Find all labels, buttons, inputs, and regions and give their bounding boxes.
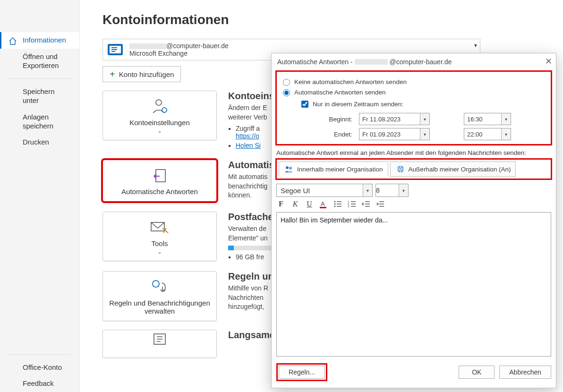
sidebar-item-open-export[interactable]: Öffnen und Exportieren — [0, 49, 79, 74]
sidebar-item-label: Drucken — [23, 138, 49, 146]
page-title: Kontoinformationen — [102, 12, 550, 27]
chevron-down-icon: ▾ — [501, 128, 511, 140]
auto-reply-icon — [150, 166, 169, 185]
sidebar-item-label: Anlagen speichern — [23, 113, 53, 130]
svg-text:3: 3 — [348, 205, 350, 208]
svg-point-15 — [334, 204, 336, 205]
radio-no-auto-reply-input[interactable] — [283, 79, 290, 86]
card-label: Tools — [107, 239, 213, 247]
end-time-picker[interactable]: 22:00▾ — [464, 128, 511, 140]
reply-tabs: Innerhalb meiner Organisation Außerhalb … — [275, 158, 552, 180]
tab-outside-org[interactable]: Außerhalb meiner Organisation (An) — [390, 162, 516, 177]
radio-send-auto-reply[interactable]: Automatische Antworten senden — [281, 88, 547, 96]
sidebar-item-print[interactable]: Drucken — [0, 134, 79, 151]
sidebar-item-save-as[interactable]: Speichern unter — [0, 84, 79, 109]
home-icon — [9, 37, 17, 45]
sidebar-item-office-account[interactable]: Office-Konto — [0, 359, 79, 376]
outdent-button[interactable] — [361, 200, 371, 208]
card-slow-addins[interactable] — [102, 330, 217, 358]
sidebar-item-info[interactable]: Informationen — [0, 32, 79, 49]
radio-send-auto-reply-input[interactable] — [283, 89, 290, 96]
card-label: Kontoeinstellungen — [107, 119, 213, 127]
sidebar: Informationen Öffnen und Exportieren Spe… — [0, 0, 80, 392]
exchange-icon — [107, 41, 124, 58]
radio-no-auto-reply[interactable]: Keine automatischen Antworten senden — [281, 77, 547, 86]
chevron-down-icon: ▾ — [420, 128, 429, 140]
cancel-button[interactable]: Abbrechen — [499, 366, 551, 379]
card-automatic-replies[interactable]: Automatische Antworten — [102, 160, 217, 202]
chevron-down-icon: ⌄ — [107, 248, 213, 255]
close-button[interactable]: ✕ — [545, 56, 552, 67]
begin-time-picker[interactable]: 16:30▾ — [464, 113, 511, 125]
end-date-picker[interactable]: Fr 01.09.2023▾ — [359, 128, 430, 140]
get-app-link[interactable]: Holen Si — [236, 142, 261, 149]
tab-inside-org[interactable]: Innerhalb meiner Organisation — [279, 162, 388, 177]
card-account-settings[interactable]: Kontoeinstellungen ⌄ — [102, 91, 217, 140]
begin-date-picker[interactable]: Fr 11.08.2023▾ — [359, 113, 430, 125]
card-label: Automatische Antworten — [107, 187, 213, 196]
svg-rect-4 — [156, 170, 165, 182]
svg-text:A: A — [321, 200, 325, 207]
sidebar-divider — [9, 354, 71, 355]
bold-button[interactable]: F — [276, 200, 286, 208]
font-size-select[interactable]: 8▾ — [375, 184, 409, 197]
add-account-button[interactable]: + Konto hinzufügen — [102, 66, 181, 82]
redacted-name — [355, 59, 388, 65]
ok-button[interactable]: OK — [459, 366, 495, 379]
person-gear-icon — [150, 97, 169, 116]
sidebar-item-label: Office-Konto — [23, 363, 62, 371]
card-rules[interactable]: Regeln und Benachrichtigungen verwalten — [102, 271, 217, 321]
rules-icon — [149, 277, 170, 296]
plus-icon: + — [110, 69, 115, 79]
chevron-down-icon: ▾ — [399, 184, 408, 196]
svg-point-14 — [334, 201, 336, 203]
automatic-replies-dialog: Automatische Antworten - @computer-bauer… — [271, 53, 556, 388]
schedule-section: Keine automatischen Antworten senden Aut… — [275, 70, 552, 145]
card-label: Regeln und Benachrichtigungen verwalten — [107, 299, 213, 315]
globe-icon — [395, 165, 406, 173]
people-icon — [284, 165, 294, 173]
indent-button[interactable] — [375, 200, 385, 208]
checkbox-time-range[interactable]: Nur in diesem Zeitraum senden: — [299, 99, 547, 109]
svg-point-16 — [334, 206, 336, 207]
sidebar-item-label: Informationen — [23, 36, 66, 44]
bullet-list-button[interactable] — [333, 200, 342, 208]
redacted-name — [129, 43, 166, 49]
addins-icon — [151, 332, 168, 346]
chevron-down-icon: ▾ — [474, 42, 477, 49]
underline-button[interactable]: U — [305, 200, 314, 208]
sidebar-item-attachments[interactable]: Anlagen speichern — [0, 109, 79, 135]
italic-button[interactable]: K — [290, 200, 300, 208]
mailbox-tools-icon — [149, 219, 170, 236]
send-note: Automatische Antwort einmal an jeden Abs… — [276, 149, 551, 156]
checkbox-time-range-input[interactable] — [301, 101, 308, 108]
end-label: Endet: — [304, 131, 356, 138]
sidebar-item-label: Speichern unter — [23, 87, 55, 104]
rules-button[interactable]: Regeln... — [279, 366, 325, 379]
svg-point-8 — [286, 166, 289, 169]
dialog-title: Automatische Antworten - @computer-bauer… — [272, 53, 556, 70]
sidebar-item-feedback[interactable]: Feedback — [0, 375, 79, 392]
sidebar-divider — [9, 78, 71, 79]
sidebar-item-label: Feedback — [23, 379, 54, 387]
svg-point-2 — [156, 100, 162, 105]
font-color-button[interactable]: A — [319, 200, 328, 208]
chevron-down-icon: ▾ — [501, 113, 511, 125]
begin-label: Beginnt: — [304, 116, 356, 123]
chevron-down-icon: ▾ — [363, 184, 372, 196]
format-toolbar: F K U A 123 — [276, 200, 551, 208]
card-tools[interactable]: Tools ⌄ — [102, 212, 217, 261]
reply-editor[interactable]: Hallo! Bin im September wieder da... — [276, 212, 551, 357]
add-account-label: Konto hinzufügen — [119, 70, 174, 78]
number-list-button[interactable]: 123 — [347, 200, 357, 208]
chevron-down-icon: ⌄ — [107, 128, 213, 134]
rules-button-highlight: Regeln... — [276, 363, 327, 381]
svg-rect-13 — [320, 207, 326, 208]
chevron-down-icon: ▾ — [420, 113, 429, 125]
font-family-select[interactable]: Segoe UI▾ — [276, 184, 373, 197]
svg-point-9 — [289, 167, 292, 170]
account-email: @computer-bauer.de — [129, 42, 476, 50]
sidebar-item-label: Öffnen und Exportieren — [23, 52, 59, 69]
owa-link[interactable]: https://o — [236, 132, 259, 140]
